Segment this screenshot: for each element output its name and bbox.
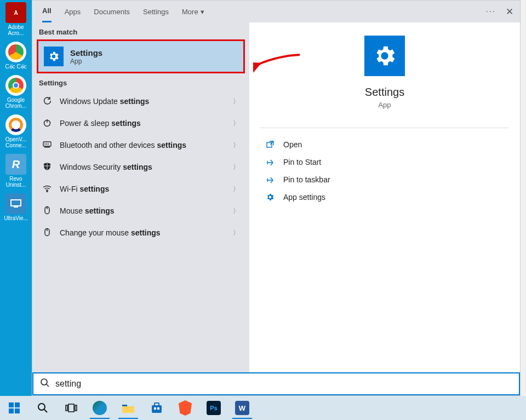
search-panel: All Apps Documents Settings More ▾ ··· ✕… xyxy=(32,0,521,396)
result-label: Wi-Fi settings xyxy=(60,185,225,193)
action-open[interactable]: Open xyxy=(249,136,520,153)
svg-point-9 xyxy=(47,191,48,192)
svg-rect-1 xyxy=(14,206,18,208)
settings-result-6[interactable]: Change your mouse settings〉 xyxy=(32,222,249,244)
svg-rect-18 xyxy=(15,402,20,407)
desktop-icon-ultraview[interactable]: UltraVie... xyxy=(0,193,32,221)
settings-result-5[interactable]: Mouse settings〉 xyxy=(32,200,249,222)
section-settings: Settings xyxy=(32,73,249,90)
shield-icon xyxy=(42,162,52,172)
power-icon xyxy=(42,118,52,129)
pin-icon xyxy=(266,175,276,184)
svg-rect-14 xyxy=(267,142,272,147)
svg-point-15 xyxy=(41,379,47,385)
best-match-subtitle: App xyxy=(70,57,102,65)
tab-all[interactable]: All xyxy=(42,1,52,22)
svg-rect-29 xyxy=(154,407,156,410)
chevron-right-icon: 〉 xyxy=(233,119,239,128)
result-label: Mouse settings xyxy=(60,206,225,215)
settings-result-2[interactable]: Bluetooth and other devices settings〉 xyxy=(32,134,249,156)
chevron-right-icon: 〉 xyxy=(233,228,239,238)
settings-result-3[interactable]: Windows Security settings〉 xyxy=(32,156,249,178)
best-match-settings[interactable]: Settings App xyxy=(37,39,245,73)
action-pin-taskbar[interactable]: Pin to taskbar xyxy=(249,171,520,188)
preview-title: Settings xyxy=(365,86,404,99)
open-icon xyxy=(266,140,276,149)
mouse-icon xyxy=(42,228,52,238)
best-match-title: Settings xyxy=(70,48,102,57)
svg-rect-20 xyxy=(15,409,20,413)
svg-rect-17 xyxy=(9,402,14,407)
svg-rect-26 xyxy=(122,405,127,406)
svg-rect-8 xyxy=(44,147,50,148)
taskbar-word[interactable]: W xyxy=(228,396,256,420)
desktop: A Adobe Acro... Cốc Cốc Google Chrom... … xyxy=(0,0,32,396)
svg-point-6 xyxy=(46,143,47,145)
settings-result-4[interactable]: Wi-Fi settings〉 xyxy=(32,178,249,200)
svg-point-7 xyxy=(48,143,49,145)
desktop-icon-openvpn[interactable]: OpenV... Conne... xyxy=(0,114,32,148)
svg-rect-19 xyxy=(9,409,14,413)
action-pin-start[interactable]: Pin to Start xyxy=(249,153,520,171)
chevron-right-icon: 〉 xyxy=(233,163,239,172)
pin-icon xyxy=(266,158,276,166)
result-label: Power & sleep settings xyxy=(60,119,225,128)
start-button[interactable] xyxy=(0,396,28,420)
bt-icon xyxy=(42,140,52,151)
chevron-right-icon: 〉 xyxy=(233,206,239,216)
taskbar-taskview[interactable] xyxy=(57,396,85,420)
svg-rect-25 xyxy=(75,405,77,411)
results-column: Best match Settings App Settings Windows… xyxy=(32,22,249,372)
result-label: Windows Security settings xyxy=(60,163,225,171)
svg-point-21 xyxy=(38,404,45,410)
result-label: Bluetooth and other devices settings xyxy=(60,141,225,149)
settings-result-0[interactable]: Windows Update settings〉 xyxy=(32,90,249,112)
gear-icon xyxy=(44,47,64,66)
taskbar-search[interactable] xyxy=(28,396,57,420)
svg-point-5 xyxy=(44,143,45,145)
chevron-right-icon: 〉 xyxy=(233,141,239,150)
desktop-icon-adobe[interactable]: A Adobe Acro... xyxy=(0,2,32,36)
search-icon xyxy=(40,378,50,390)
svg-line-16 xyxy=(47,384,49,387)
section-best-match: Best match xyxy=(32,22,249,39)
chevron-right-icon: 〉 xyxy=(233,97,239,106)
close-icon[interactable]: ✕ xyxy=(506,6,513,18)
taskbar-edge[interactable] xyxy=(85,396,114,420)
preview-column: Settings App Open Pin to Start P xyxy=(249,22,520,372)
desktop-icon-chrome[interactable]: Google Chrom... xyxy=(0,75,32,109)
action-app-settings[interactable]: App settings xyxy=(249,188,520,206)
svg-rect-30 xyxy=(157,407,159,410)
settings-result-1[interactable]: Power & sleep settings〉 xyxy=(32,112,249,134)
more-options-icon[interactable]: ··· xyxy=(485,6,496,18)
search-input[interactable] xyxy=(55,379,512,389)
tab-more[interactable]: More ▾ xyxy=(182,1,204,22)
tab-documents[interactable]: Documents xyxy=(94,1,130,22)
result-label: Change your mouse settings xyxy=(60,228,225,237)
tab-settings[interactable]: Settings xyxy=(143,1,169,22)
taskbar-brave[interactable] xyxy=(171,396,199,420)
taskbar-store[interactable] xyxy=(142,396,171,420)
desktop-icon-revo[interactable]: R Revo Uninst... xyxy=(0,154,32,188)
mouse-icon xyxy=(42,206,52,216)
chevron-right-icon: 〉 xyxy=(233,185,239,194)
svg-rect-24 xyxy=(68,404,74,412)
svg-rect-28 xyxy=(155,403,159,406)
refresh-icon xyxy=(42,96,52,107)
desktop-icon-coccoc[interactable]: Cốc Cốc xyxy=(0,42,32,70)
taskbar-fileexplorer[interactable] xyxy=(114,396,142,420)
divider xyxy=(260,128,509,128)
wifi-icon xyxy=(42,184,52,194)
taskbar-photoshop[interactable]: Ps xyxy=(199,396,228,420)
svg-rect-27 xyxy=(152,405,162,413)
svg-rect-23 xyxy=(66,405,67,411)
gear-icon xyxy=(266,193,276,202)
result-label: Windows Update settings xyxy=(60,97,225,106)
chevron-down-icon: ▾ xyxy=(201,8,204,16)
preview-subtitle: App xyxy=(378,101,391,109)
search-tabs: All Apps Documents Settings More ▾ ··· ✕ xyxy=(32,1,520,22)
gear-icon xyxy=(364,36,405,76)
tab-apps[interactable]: Apps xyxy=(65,1,81,22)
search-bar[interactable] xyxy=(32,372,520,395)
taskbar: Ps W xyxy=(0,396,526,420)
